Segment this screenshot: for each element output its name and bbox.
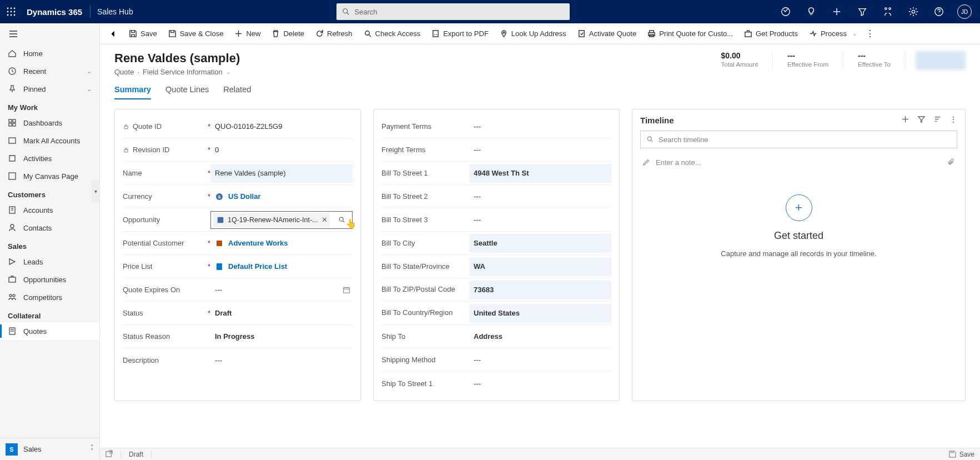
chevron-down-icon: ⌄: [226, 69, 230, 75]
footer-save[interactable]: Save: [949, 451, 974, 458]
payment-terms-value[interactable]: ---: [469, 117, 611, 136]
area-chevron-icon: ˄˅: [91, 446, 94, 453]
nav-my-canvas-page[interactable]: My Canvas Page: [0, 167, 99, 185]
timeline-empty-title: Get started: [641, 230, 957, 242]
shipping-method-label: Shipping Method: [381, 356, 436, 364]
bill-city-label: Bill To City: [381, 239, 415, 247]
cmd-look-up-address[interactable]: Look Up Address: [494, 23, 572, 44]
area-label: Sales: [23, 445, 42, 453]
cmd-save[interactable]: Save: [123, 23, 163, 44]
nav-toggle[interactable]: [0, 23, 99, 44]
freight-terms-value[interactable]: ---: [469, 141, 611, 159]
name-input[interactable]: Rene Valdes (sample): [210, 164, 353, 183]
new-icon[interactable]: [826, 0, 848, 23]
revision-id-value: 0: [210, 141, 353, 159]
timeline-getstarted-button[interactable]: +: [786, 194, 812, 221]
quote-expires-input[interactable]: ---: [210, 281, 353, 299]
timeline-add-icon[interactable]: [901, 115, 909, 125]
nav-opportunities[interactable]: Opportunities: [0, 271, 99, 288]
cmd-get-products-label: Get Products: [756, 29, 798, 38]
price-list-label: Price List: [123, 262, 152, 271]
cmd-activate-quote-label: Activate Quote: [589, 29, 636, 38]
bill-city-input[interactable]: Seattle: [469, 234, 611, 253]
timeline-note-input[interactable]: Enter a note...: [640, 153, 957, 172]
form-selector[interactable]: Quote · Field Service Information ⌄: [114, 68, 240, 76]
cmd-export-pdf[interactable]: Export to PDF: [426, 23, 494, 44]
cmd-overflow[interactable]: ⋮: [862, 28, 878, 39]
filter-icon[interactable]: [851, 0, 873, 23]
ship-street1-value[interactable]: ---: [469, 374, 611, 393]
back-button[interactable]: [103, 23, 123, 44]
lookup-search-icon[interactable]: [334, 216, 350, 224]
potential-customer-lookup[interactable]: Adventure Works: [210, 234, 353, 253]
cmd-delete[interactable]: Delete: [266, 23, 310, 44]
chip-clear-icon[interactable]: ✕: [321, 216, 328, 224]
nav-mark-all-accounts[interactable]: Mark All Accounts: [0, 132, 99, 149]
ship-to-value[interactable]: Address: [469, 327, 611, 346]
cmd-get-products[interactable]: Get Products: [738, 23, 803, 44]
bill-street2-value[interactable]: ---: [469, 187, 611, 206]
status-reason-value[interactable]: In Progress: [210, 327, 353, 346]
timeline-filter-icon[interactable]: [917, 115, 926, 125]
nav-scroll-caret[interactable]: ▾: [92, 180, 99, 202]
bill-state-input[interactable]: WA: [469, 257, 611, 276]
svg-point-68: [647, 137, 651, 141]
lightbulb-icon[interactable]: [800, 0, 822, 23]
nav-quotes[interactable]: Quotes: [0, 322, 99, 340]
settings-icon[interactable]: [902, 0, 924, 23]
relationship-icon[interactable]: [877, 0, 899, 23]
cmd-new-label: New: [246, 29, 260, 38]
area-switcher[interactable]: S Sales ˄˅: [0, 438, 99, 460]
tab-summary[interactable]: Summary: [114, 85, 151, 99]
cmd-save-close-label: Save & Close: [180, 29, 224, 38]
nav-competitors[interactable]: Competitors: [0, 288, 99, 306]
opportunity-lookup[interactable]: 1Q-19-Renew-NAmeric-Int-... ✕ 👆: [210, 211, 353, 229]
nav-home[interactable]: Home: [0, 44, 99, 62]
price-list-lookup[interactable]: Default Price List: [210, 257, 353, 276]
cmd-refresh[interactable]: Refresh: [310, 23, 358, 44]
assistant-icon[interactable]: [775, 0, 797, 23]
currency-lookup[interactable]: $ US Dollar: [210, 187, 353, 206]
cmd-new[interactable]: New: [229, 23, 266, 44]
cmd-process[interactable]: Process⌄: [803, 23, 862, 44]
nav-recent[interactable]: Recent: [0, 62, 99, 80]
svg-point-34: [9, 294, 12, 297]
opportunity-label: Opportunity: [123, 216, 160, 224]
timeline-sort-icon[interactable]: [933, 115, 942, 125]
opportunity-chip[interactable]: 1Q-19-Renew-NAmeric-Int-... ✕: [213, 213, 330, 227]
nav-group-customers: Customers: [0, 185, 99, 201]
bill-country-input[interactable]: United States: [469, 304, 611, 323]
shipping-method-value[interactable]: ---: [469, 351, 611, 369]
svg-rect-45: [579, 31, 584, 37]
app-launcher-icon[interactable]: [0, 0, 22, 23]
attachment-icon[interactable]: [947, 158, 955, 166]
tab-related[interactable]: Related: [223, 85, 251, 99]
bill-street3-value[interactable]: ---: [469, 211, 611, 229]
cmd-check-access[interactable]: Check Access: [358, 23, 426, 44]
nav-pinned[interactable]: Pinned: [0, 80, 99, 98]
calendar-icon[interactable]: [343, 286, 350, 294]
cmd-save-close[interactable]: Save & Close: [163, 23, 229, 44]
hub-label[interactable]: Sales Hub: [94, 7, 137, 16]
tab-quote-lines[interactable]: Quote Lines: [165, 85, 209, 99]
cmd-print-quote[interactable]: Print Quote for Custo...: [642, 23, 738, 44]
cmd-activate-quote[interactable]: Activate Quote: [572, 23, 642, 44]
global-search[interactable]: Search: [336, 3, 570, 20]
nav-accounts[interactable]: Accounts: [0, 201, 99, 219]
timeline-more-icon[interactable]: ⋮: [949, 115, 957, 125]
nav-dashboards[interactable]: Dashboards: [0, 114, 99, 132]
help-icon[interactable]: [928, 0, 950, 23]
bill-zip-input[interactable]: 73683: [469, 281, 611, 299]
user-avatar[interactable]: JD: [953, 0, 976, 23]
svg-rect-28: [9, 173, 16, 179]
timeline-search[interactable]: Search timeline: [640, 131, 957, 148]
description-value[interactable]: ---: [210, 351, 353, 369]
bill-street1-input[interactable]: 4948 West Th St: [469, 164, 611, 183]
nav-activities[interactable]: Activities: [0, 149, 99, 167]
nav-contacts[interactable]: Contacts: [0, 219, 99, 237]
record-header: Rene Valdes (sample) Quote · Field Servi…: [100, 44, 980, 78]
nav-leads[interactable]: Leads: [0, 253, 99, 271]
nav-competitors-label: Competitors: [23, 293, 62, 302]
record-tabs: Summary Quote Lines Related: [100, 78, 980, 100]
popout-icon[interactable]: [105, 450, 113, 459]
